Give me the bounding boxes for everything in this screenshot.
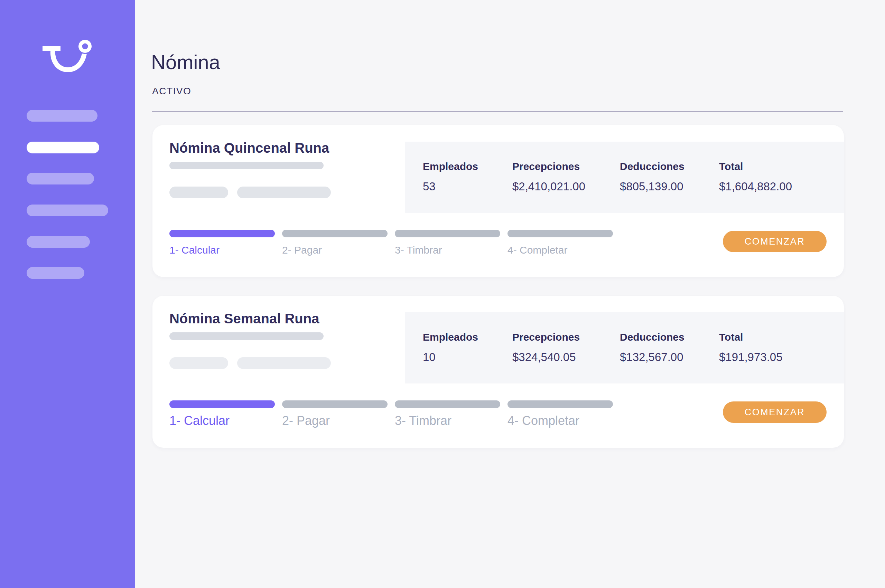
stats-panel: Empleados 53 Precepciones $2,410,021.00 … — [405, 142, 844, 213]
payroll-card-quincenal: Nómina Quincenal Runa Empleados 53 Prece… — [152, 125, 844, 277]
stat-empleados: Empleados 10 — [423, 332, 478, 363]
progress-step-label-pagar: 2- Pagar — [282, 415, 388, 427]
progress-step-label-timbrar: 3- Timbrar — [395, 245, 500, 255]
sidebar-nav-item-skeleton[interactable] — [27, 267, 84, 279]
progress-step-label-calcular: 1- Calcular — [170, 245, 275, 255]
progress-step-label-timbrar: 3- Timbrar — [395, 415, 500, 427]
stat-precepciones: Precepciones $2,410,021.00 — [512, 161, 585, 192]
card-text-skeleton — [170, 162, 324, 169]
stat-value: $1,604,882.00 — [719, 181, 792, 192]
progress-step-label-calcular: 1- Calcular — [170, 415, 275, 427]
progress-step-bar-pagar — [282, 230, 388, 237]
sidebar-nav-item-skeleton[interactable] — [27, 236, 90, 248]
progress-step-bar-calcular — [170, 230, 275, 237]
card-text-skeleton — [170, 332, 324, 340]
sidebar-nav-item-skeleton[interactable] — [27, 110, 98, 122]
progress-step-bar-calcular — [170, 400, 275, 408]
sidebar-nav-item-active[interactable] — [27, 142, 99, 153]
progress-step-bar-timbrar — [395, 230, 500, 237]
card-text-skeleton — [237, 186, 331, 198]
card-text-skeleton — [170, 186, 228, 198]
comenzar-button[interactable]: COMENZAR — [723, 402, 826, 423]
progress-step-bar-pagar — [282, 400, 388, 408]
stat-precepciones: Precepciones $324,540.05 — [512, 332, 580, 363]
payroll-card-title: Nómina Semanal Runa — [170, 311, 319, 326]
stats-panel: Empleados 10 Precepciones $324,540.05 De… — [405, 312, 844, 384]
tabs-divider — [152, 111, 843, 112]
progress-step-bar-timbrar — [395, 400, 500, 408]
page-title: Nómina — [151, 52, 220, 72]
stat-value: 53 — [423, 181, 478, 192]
stat-value: 10 — [423, 351, 478, 363]
runa-logo-icon — [41, 38, 93, 77]
stat-value: $324,540.05 — [512, 351, 580, 363]
progress-step-label-pagar: 2- Pagar — [282, 245, 388, 255]
stat-label: Total — [719, 161, 792, 172]
payroll-card-semanal: Nómina Semanal Runa Empleados 10 Precepc… — [152, 296, 844, 448]
stat-label: Deducciones — [620, 332, 685, 342]
progress-step-label-completar: 4- Completar — [508, 245, 613, 255]
stat-label: Deducciones — [620, 161, 685, 172]
stat-value: $132,567.00 — [620, 351, 685, 363]
progress-step-bar-completar — [508, 230, 613, 237]
stat-value: $805,139.00 — [620, 181, 685, 192]
progress-step-label-completar: 4- Completar — [508, 415, 613, 427]
stat-value: $2,410,021.00 — [512, 181, 585, 192]
stat-empleados: Empleados 53 — [423, 161, 478, 192]
card-text-skeleton — [237, 357, 331, 369]
stat-label: Precepciones — [512, 161, 585, 172]
stat-deducciones: Deducciones $805,139.00 — [620, 161, 685, 192]
stat-value: $191,973.05 — [719, 351, 783, 363]
progress-step-bar-completar — [508, 400, 613, 408]
stat-label: Precepciones — [512, 332, 580, 342]
sidebar — [0, 0, 135, 588]
card-text-skeleton — [170, 357, 228, 369]
nomina-page: { "app": { "brand_icon": "runa-smile-log… — [0, 0, 885, 588]
payroll-card-title: Nómina Quincenal Runa — [170, 140, 329, 156]
stat-label: Empleados — [423, 161, 478, 172]
comenzar-button[interactable]: COMENZAR — [723, 231, 826, 252]
sidebar-nav-item-skeleton[interactable] — [27, 173, 94, 184]
stat-total: Total $1,604,882.00 — [719, 161, 792, 192]
sidebar-nav-item-skeleton[interactable] — [27, 204, 108, 216]
stat-label: Total — [719, 332, 783, 342]
stat-deducciones: Deducciones $132,567.00 — [620, 332, 685, 363]
stat-total: Total $191,973.05 — [719, 332, 783, 363]
stat-label: Empleados — [423, 332, 478, 342]
tab-activo[interactable]: ACTIVO — [152, 86, 191, 96]
